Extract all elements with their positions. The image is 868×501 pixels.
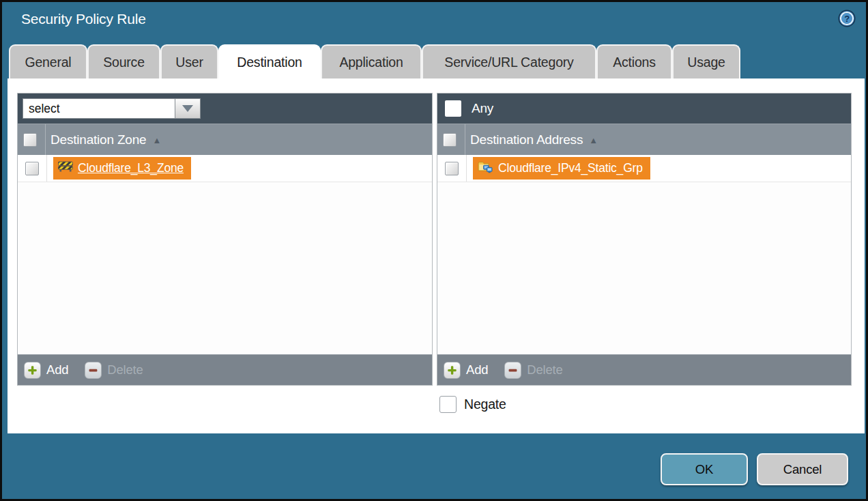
destination-address-column-header[interactable]: Destination Address ▲ (437, 124, 851, 155)
delete-button-label: Delete (527, 362, 562, 377)
row-checkbox-cell (437, 155, 467, 182)
dialog-title: Security Policy Rule (21, 11, 146, 27)
zone-icon (58, 161, 73, 175)
tab-label: Service/URL Category (444, 55, 573, 70)
ok-button[interactable]: OK (661, 453, 748, 485)
sort-ascending-icon: ▲ (152, 135, 161, 145)
negate-label: Negate (464, 397, 506, 412)
tab-label: User (175, 55, 203, 70)
column-divider (465, 124, 465, 155)
cancel-button-label: Cancel (783, 462, 822, 477)
delete-icon (85, 362, 102, 379)
destination-zone-panel: Destination Zone ▲ (17, 93, 433, 386)
column-divider (45, 124, 46, 155)
tab-usage[interactable]: Usage (672, 44, 740, 78)
address-item-cloudflare-ipv4-static-grp[interactable]: Cloudflare_IPv4_Static_Grp (473, 157, 650, 180)
add-address-button[interactable]: Add (444, 362, 488, 379)
tab-user[interactable]: User (160, 44, 218, 78)
add-icon (444, 362, 461, 379)
select-all-zones-checkbox[interactable] (23, 133, 37, 147)
tab-source[interactable]: Source (87, 44, 160, 78)
address-group-icon (478, 160, 493, 177)
address-item-label: Cloudflare_IPv4_Static_Grp (498, 161, 643, 175)
tab-label: Usage (687, 55, 725, 70)
address-panel-header: Any (437, 94, 851, 124)
zone-type-input[interactable] (23, 98, 175, 119)
table-row: Cloudflare_IPv4_Static_Grp (437, 155, 851, 182)
svg-text:?: ? (844, 14, 850, 24)
add-icon (24, 362, 41, 379)
add-zone-button[interactable]: Add (24, 362, 68, 379)
tab-label: Actions (613, 55, 656, 70)
negate-checkbox[interactable] (439, 396, 457, 413)
zone-row-checkbox[interactable] (25, 162, 39, 175)
address-toolbar: Add Delete (437, 354, 851, 385)
address-list: Cloudflare_IPv4_Static_Grp (437, 155, 851, 354)
column-header-label: Destination Zone (50, 132, 146, 147)
zone-item-cloudflare-l3-zone[interactable]: Cloudflare_L3_Zone (53, 157, 191, 180)
tab-label: Source (103, 55, 145, 70)
row-checkbox-cell (18, 155, 47, 182)
tab-application[interactable]: Application (321, 44, 422, 78)
ok-button-label: OK (695, 462, 713, 477)
delete-address-button[interactable]: Delete (504, 362, 562, 379)
delete-zone-button[interactable]: Delete (85, 362, 143, 379)
delete-button-label: Delete (107, 362, 143, 377)
negate-option: Negate (439, 396, 506, 413)
security-policy-rule-dialog: Security Policy Rule ? General Source Us… (0, 0, 868, 501)
destination-address-panel: Any Destination Address ▲ (437, 93, 852, 386)
table-row: Cloudflare_L3_Zone (18, 155, 432, 182)
tab-service-url-category[interactable]: Service/URL Category (422, 44, 596, 78)
delete-icon (504, 362, 521, 379)
sort-ascending-icon: ▲ (589, 135, 598, 145)
address-row-checkbox[interactable] (445, 162, 459, 175)
cancel-button[interactable]: Cancel (757, 453, 848, 485)
zone-list: Cloudflare_L3_Zone (18, 155, 432, 354)
tab-label: Destination (237, 55, 302, 70)
any-address-checkbox[interactable] (445, 100, 461, 117)
any-label: Any (472, 101, 493, 116)
column-header-label: Destination Address (470, 132, 583, 147)
add-button-label: Add (466, 362, 488, 377)
help-icon[interactable]: ? (837, 9, 856, 28)
tab-actions[interactable]: Actions (596, 44, 672, 78)
tab-label: Application (339, 55, 403, 70)
zone-panel-header (18, 94, 432, 124)
zone-toolbar: Add Delete (18, 354, 432, 385)
add-button-label: Add (46, 362, 68, 377)
destination-zone-column-header[interactable]: Destination Zone ▲ (18, 124, 432, 155)
zone-type-combobox (23, 98, 201, 119)
tab-general[interactable]: General (9, 44, 87, 78)
select-all-addresses-checkbox[interactable] (443, 133, 457, 147)
tab-destination[interactable]: Destination (218, 44, 321, 78)
zone-item-label: Cloudflare_L3_Zone (78, 161, 184, 175)
chevron-down-icon (182, 105, 193, 112)
zone-type-dropdown-button[interactable] (175, 98, 201, 119)
tab-bar: General Source User Destination Applicat… (9, 44, 740, 78)
tab-label: General (25, 55, 72, 70)
tab-content-destination: Destination Zone ▲ (8, 78, 865, 433)
